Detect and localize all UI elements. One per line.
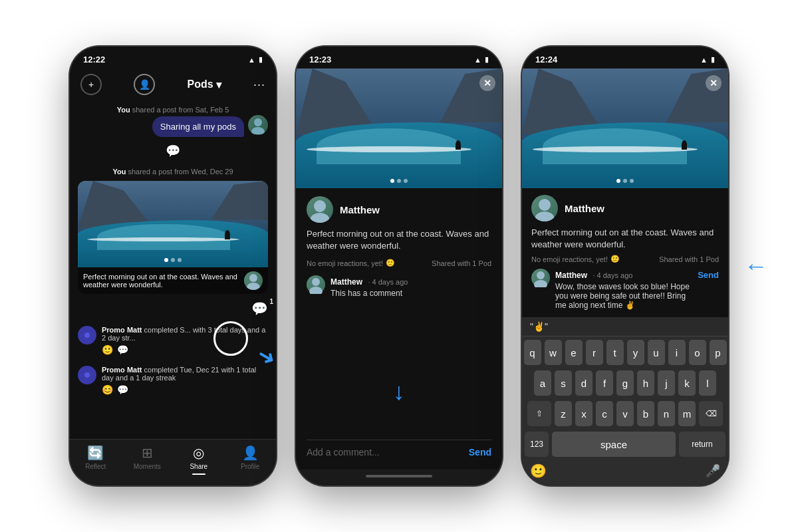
- wifi-icon: ▲: [248, 56, 255, 64]
- comment-icon-1[interactable]: 💬: [78, 144, 268, 158]
- svg-point-6: [312, 278, 320, 286]
- phone2-meta-right: Shared with 1 Pod: [432, 259, 491, 267]
- svg-point-0: [254, 118, 262, 126]
- tab-moments[interactable]: ⊞ Moments: [122, 445, 174, 475]
- phone3-screen: 12:24 ▲ ▮: [522, 47, 728, 485]
- arrow-annotation-2: ↓: [393, 378, 405, 406]
- phone3-comment-time: · 4 days ago: [593, 271, 632, 279]
- key-space[interactable]: space: [552, 432, 676, 457]
- tab-share[interactable]: ◎ Share: [173, 445, 225, 475]
- profile-button[interactable]: 👤: [134, 74, 155, 95]
- activity-avatar-1: [78, 326, 96, 344]
- modal-close-button-2[interactable]: ✕: [479, 75, 495, 91]
- phone2-post-text: Perfect morning out on at the coast. Wav…: [307, 228, 491, 252]
- phone1-status-bar: 12:22 ▲ ▮: [70, 47, 276, 68]
- key-p[interactable]: p: [710, 340, 727, 365]
- add-button[interactable]: +: [80, 74, 102, 95]
- phone3-status-bar: 12:24 ▲ ▮: [522, 47, 728, 68]
- post-card-footer-1: Perfect morning out on at the coast. Wav…: [78, 267, 268, 294]
- phone2-status-bar: 12:23 ▲ ▮: [296, 47, 502, 68]
- phone2-placeholder[interactable]: Add a comment...: [307, 447, 469, 458]
- phone2-wrapper: 12:23 ▲ ▮: [296, 47, 502, 485]
- key-l[interactable]: l: [699, 370, 716, 396]
- phone3-comment: Matthew · 4 days ago Wow, those waves lo…: [531, 269, 719, 310]
- activity-text-1: Promo Matt completed S... with 3 total d…: [102, 326, 268, 355]
- phone2-modal-body: Matthew Perfect morning out on at the co…: [296, 188, 502, 469]
- comment-count: 1: [269, 298, 273, 305]
- modal-image-dots-2: [390, 179, 408, 183]
- phone2-comment-author: Matthew: [331, 277, 362, 287]
- keyboard-row-1: q w e r t y u i o p: [522, 336, 728, 367]
- phone3-comment-avatar: [531, 269, 550, 287]
- key-s[interactable]: s: [555, 370, 572, 396]
- svg-point-9: [535, 211, 554, 221]
- key-k[interactable]: k: [678, 370, 696, 396]
- tab-profile[interactable]: 👤 Profile: [225, 445, 277, 475]
- phone1-content: You shared a post from Sat, Feb 5 Sharin…: [70, 100, 276, 439]
- comment-button-1[interactable]: 💬 1: [251, 301, 268, 317]
- shared-label-1: You shared a post from Sat, Feb 5: [78, 100, 268, 116]
- keyboard-emoji-button[interactable]: 🙂: [530, 463, 547, 479]
- phone3-send-button[interactable]: Send: [698, 269, 719, 280]
- phone3-meta-right: Shared with 1 Pod: [659, 255, 719, 263]
- svg-point-1: [251, 127, 265, 134]
- key-t[interactable]: t: [606, 340, 624, 365]
- key-v[interactable]: v: [616, 401, 634, 426]
- phone2-home-indicator: [296, 469, 502, 485]
- key-u[interactable]: u: [648, 340, 665, 365]
- key-h[interactable]: h: [637, 370, 654, 396]
- key-f[interactable]: f: [596, 370, 613, 396]
- phone2-time: 12:23: [309, 55, 331, 65]
- tab-reflect[interactable]: 🔄 Reflect: [70, 445, 122, 475]
- keyboard-row-4: 123 space return: [522, 428, 728, 459]
- key-d[interactable]: d: [575, 370, 593, 396]
- more-button[interactable]: ···: [253, 78, 265, 92]
- battery-icon-2: ▮: [485, 55, 489, 64]
- key-e[interactable]: e: [565, 340, 583, 365]
- key-w[interactable]: w: [545, 340, 562, 365]
- key-x[interactable]: x: [575, 401, 593, 426]
- activity-avatar-2: [78, 366, 96, 384]
- key-n[interactable]: n: [658, 401, 675, 426]
- modal-close-button-3[interactable]: ✕: [706, 75, 722, 91]
- key-i[interactable]: i: [668, 340, 686, 365]
- phone3: 12:24 ▲ ▮: [522, 47, 728, 485]
- keyboard[interactable]: q w e r t y u i o p a s d: [522, 336, 728, 485]
- arrow-annotation-3: ←: [744, 252, 768, 280]
- key-g[interactable]: g: [616, 370, 634, 396]
- phone3-wrapper: ← 12:24 ▲ ▮: [522, 47, 728, 485]
- phone2-comment-text: This has a comment: [331, 289, 491, 298]
- phone3-modal-body: Matthew Perfect morning out on at the co…: [522, 188, 728, 317]
- key-q[interactable]: q: [524, 340, 541, 365]
- key-c[interactable]: c: [596, 401, 613, 426]
- emoji-icon-2: 🙂: [386, 259, 395, 267]
- key-123[interactable]: 123: [525, 432, 549, 457]
- key-y[interactable]: y: [627, 340, 644, 365]
- activity-text-2: Promo Matt completed Tue, Dec 21 with 1 …: [102, 366, 268, 395]
- key-m[interactable]: m: [678, 401, 696, 426]
- key-o[interactable]: o: [689, 340, 706, 365]
- bubble-avatar-1: [248, 115, 268, 135]
- key-return[interactable]: return: [679, 432, 726, 457]
- reflect-icon: 🔄: [87, 445, 104, 461]
- keyboard-mic-button[interactable]: 🎤: [706, 464, 720, 478]
- key-backspace[interactable]: ⌫: [699, 401, 723, 426]
- key-shift[interactable]: ⇧: [527, 401, 551, 426]
- phone2-send-button[interactable]: Send: [469, 447, 491, 458]
- activity-item-2: Promo Matt completed Tue, Dec 21 with 1 …: [78, 360, 268, 400]
- key-r[interactable]: r: [586, 340, 603, 365]
- phone2-author-row: Matthew: [307, 196, 491, 223]
- phone2-comment: Matthew · 4 days ago This has a comment: [307, 275, 491, 298]
- key-b[interactable]: b: [637, 401, 654, 426]
- key-j[interactable]: j: [658, 370, 675, 396]
- svg-point-5: [311, 213, 329, 223]
- shared-label-2: You shared a post from Wed, Dec 29: [78, 162, 268, 178]
- phone1-status-icons: ▲ ▮: [248, 55, 263, 64]
- share-icon: ◎: [193, 445, 204, 461]
- phone3-comment-text: Wow, those waves look so blue! Hope you …: [555, 282, 692, 310]
- key-z[interactable]: z: [555, 401, 572, 426]
- key-a[interactable]: a: [534, 370, 551, 396]
- phone1: 12:22 ▲ ▮ + 👤 Pods ▾: [70, 47, 276, 485]
- phone1-screen: 12:22 ▲ ▮ + 👤 Pods ▾: [70, 47, 276, 485]
- post-card-1[interactable]: Perfect morning out on at the coast. Wav…: [78, 181, 268, 294]
